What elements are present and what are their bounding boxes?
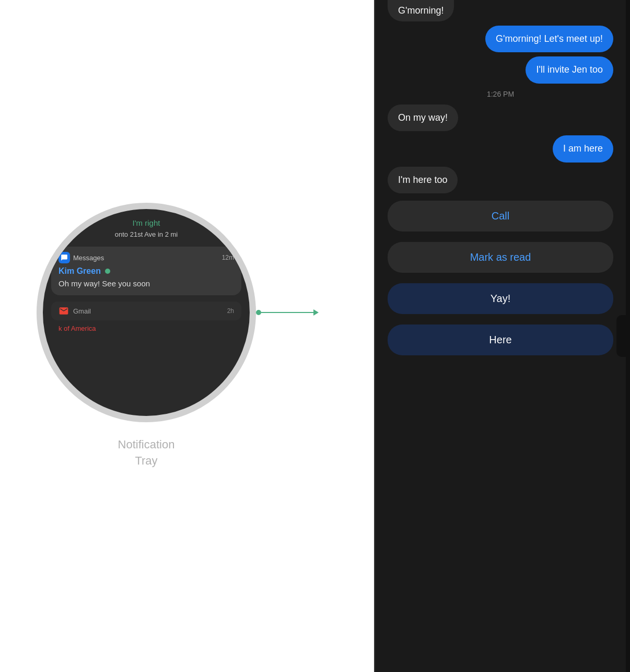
yay-button[interactable]: Yay! — [388, 283, 613, 314]
notif-app-name: Messages — [73, 254, 104, 262]
notif-message: Oh my way! See you soon — [59, 278, 234, 289]
messages-panel: G'morning! G'morning! Let's meet up! I'l… — [375, 0, 626, 672]
message-bubble-received-2: I'm here too — [388, 167, 458, 193]
messages-icon — [59, 252, 70, 263]
gmail-app-name: Gmail — [73, 307, 91, 315]
message-svg — [61, 254, 68, 261]
right-panel: G'morning! G'morning! Let's meet up! I'l… — [374, 0, 630, 672]
unread-dot — [105, 269, 110, 274]
notif-header: Messages 12m — [59, 252, 234, 263]
timestamp-1: 1:26 PM — [388, 90, 613, 98]
message-bubble-received-1: On my way! — [388, 105, 458, 131]
nav-sub-text: onto 21st Ave in 2 mi — [43, 230, 250, 244]
watch-circle-container: I'm right onto 21st Ave in 2 mi Messages… — [37, 203, 256, 422]
gmail-time: 2h — [227, 307, 234, 315]
left-panel: I'm right onto 21st Ave in 2 mi Messages… — [0, 0, 293, 672]
gmail-left: Gmail — [59, 306, 91, 316]
partial-top-bubble: G'morning! — [388, 0, 454, 21]
message-bubble-sent-1: G'morning! Let's meet up! — [485, 26, 613, 52]
gmail-row[interactable]: Gmail 2h — [51, 302, 241, 320]
call-button[interactable]: Call — [388, 201, 613, 231]
arrow-dot — [256, 310, 261, 315]
notification-tray-label: Notification Tray — [118, 437, 175, 469]
mark-as-read-button[interactable]: Mark as read — [388, 242, 613, 273]
arrow-head — [313, 309, 319, 316]
notification-card[interactable]: Messages 12m Kim Green Oh my way! See yo… — [51, 247, 241, 295]
message-bubble-sent-3: I am here — [553, 135, 613, 162]
gmail-preview: k of America — [51, 325, 241, 332]
message-bubble-sent-2: I'll invite Jen too — [526, 56, 613, 83]
notif-time: 12m — [222, 254, 234, 261]
notif-sender: Kim Green — [59, 267, 234, 276]
watch-notch — [616, 315, 627, 357]
messages-container: G'morning! G'morning! Let's meet up! I'l… — [388, 0, 613, 369]
notif-app: Messages — [59, 252, 104, 263]
arrow-connector — [256, 309, 319, 316]
here-button[interactable]: Here — [388, 325, 613, 355]
nav-right-text: I'm right — [43, 209, 250, 230]
gmail-icon — [59, 306, 69, 316]
watch-circle: I'm right onto 21st Ave in 2 mi Messages… — [37, 203, 256, 422]
arrow-line — [261, 312, 313, 313]
